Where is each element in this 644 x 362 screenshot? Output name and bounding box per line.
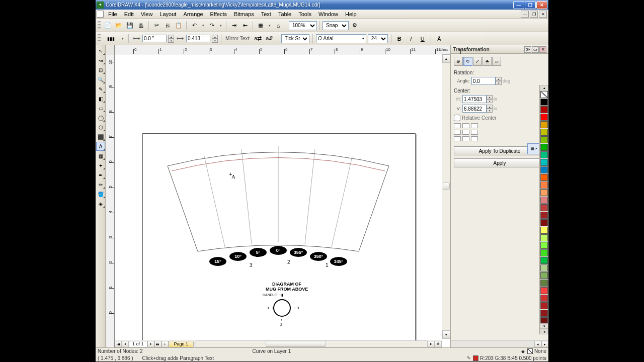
window-maximize-button[interactable]: ❐ <box>525 1 536 9</box>
color-swatch[interactable] <box>540 159 548 166</box>
open-button[interactable]: 📂 <box>114 21 124 31</box>
y-spin-up[interactable]: ▴ <box>212 35 218 39</box>
color-swatch[interactable] <box>540 129 548 136</box>
shape-tool[interactable]: ↝ <box>96 56 105 65</box>
skew-tab[interactable]: ▱ <box>492 57 501 66</box>
cut-button[interactable]: ✂ <box>151 21 162 31</box>
palette-up-button[interactable]: ▴ <box>540 85 548 90</box>
canvas[interactable]: 15°10°5°0°355°350°345° 2 3 1 DIAGRAM OF … <box>115 54 450 341</box>
outline-swatch[interactable] <box>473 355 478 361</box>
pagenav-first[interactable]: ⏮ <box>115 341 122 347</box>
options-button[interactable]: ⚙ <box>350 21 360 31</box>
anchor-ml[interactable] <box>454 130 461 135</box>
color-swatch[interactable] <box>540 242 548 249</box>
polygon-tool[interactable]: ⬠ <box>96 123 105 132</box>
window-minimize-button[interactable]: — <box>513 1 524 9</box>
color-swatch[interactable] <box>540 249 548 256</box>
text-tool[interactable]: A <box>96 142 105 151</box>
mirror-v-button[interactable]: a⇵ <box>265 34 275 44</box>
undo-button[interactable]: ↶ <box>189 21 199 31</box>
anchor-tc[interactable] <box>462 123 469 128</box>
color-swatch[interactable] <box>540 204 548 211</box>
interactive-fill-tool[interactable]: ◈ <box>96 199 105 208</box>
position-tab[interactable]: ⊕ <box>454 57 463 66</box>
y-offset-input[interactable] <box>186 35 210 42</box>
color-swatch[interactable] <box>540 182 548 189</box>
menu-effects[interactable]: Effects <box>207 11 230 17</box>
mdi-close-button[interactable]: ✕ <box>539 11 547 18</box>
redo-button[interactable]: ↷ <box>207 21 217 31</box>
hscroll-right[interactable]: ▸ <box>428 341 435 347</box>
color-swatch[interactable] <box>540 197 548 204</box>
color-swatch[interactable] <box>540 310 548 317</box>
crop-tool[interactable]: ⊡ <box>96 65 105 74</box>
ruler-horizontal[interactable]: 012345678910111213 <box>115 45 450 54</box>
char-format-button[interactable]: Ā <box>434 34 444 44</box>
hscroll-thumb[interactable] <box>266 341 326 347</box>
vscroll-up[interactable]: ▴ <box>442 54 450 63</box>
anchor-grid[interactable] <box>454 123 545 141</box>
welcome-button[interactable]: ⌂ <box>273 21 283 31</box>
color-swatch[interactable] <box>540 114 548 121</box>
color-swatch[interactable] <box>540 166 548 173</box>
relative-center-checkbox[interactable] <box>454 115 460 121</box>
import-button[interactable]: ⇥ <box>229 21 239 31</box>
rectangle-tool[interactable]: ▭ <box>96 104 105 113</box>
color-swatch[interactable] <box>540 280 548 287</box>
anchor-tr[interactable] <box>471 123 478 128</box>
docker-prev-button[interactable]: ◂ <box>534 341 541 347</box>
zoom-tool[interactable]: 🔍 <box>96 75 105 84</box>
vertical-scrollbar[interactable]: ▴ ▾ <box>442 54 450 339</box>
ruler-origin[interactable] <box>106 45 115 54</box>
freehand-tool[interactable]: ✎ <box>96 84 105 94</box>
font-family-select[interactable]: O Arial ▾ <box>316 34 366 43</box>
docker-menu-button[interactable]: ▭ <box>532 46 539 53</box>
menu-view[interactable]: View <box>137 11 156 17</box>
palette-flyout-button[interactable]: ◂ <box>540 329 548 334</box>
anchor-tl[interactable] <box>454 123 461 128</box>
tick-snapping-select[interactable]: Tick Snapping <box>281 34 309 43</box>
menu-help[interactable]: Help <box>342 11 360 17</box>
copy-button[interactable]: ⎘ <box>163 21 173 31</box>
smart-fill-tool[interactable]: ◧ <box>96 94 105 103</box>
presets-button[interactable]: ▮▮▮ <box>103 34 118 44</box>
docker-collapse-button[interactable]: ≫ <box>524 46 531 53</box>
color-swatch[interactable] <box>540 144 548 151</box>
basic-shapes-tool[interactable]: ⬛ <box>96 132 105 141</box>
color-swatch[interactable] <box>540 121 548 128</box>
color-swatch[interactable] <box>540 174 548 181</box>
menu-window[interactable]: Window <box>315 11 342 17</box>
pagenav-prev[interactable]: ◂ <box>122 341 129 347</box>
pick-tool[interactable]: ↖ <box>96 46 105 55</box>
vscroll-down[interactable]: ▾ <box>442 330 450 339</box>
anchor-bc[interactable] <box>462 136 469 141</box>
anchor-bl[interactable] <box>454 136 461 141</box>
scale-tab[interactable]: ⤢ <box>473 57 482 66</box>
ellipse-tool[interactable]: ◯ <box>96 113 105 122</box>
paste-button[interactable]: 📋 <box>174 21 184 31</box>
menu-file[interactable]: File <box>105 11 121 17</box>
x-spin-down[interactable]: ▾ <box>168 39 174 43</box>
fill-tool[interactable]: 🪣 <box>96 190 105 199</box>
menu-tools[interactable]: Tools <box>295 11 315 17</box>
color-swatch[interactable] <box>540 189 548 196</box>
menu-edit[interactable]: Edit <box>121 11 137 17</box>
color-swatch[interactable] <box>540 317 548 323</box>
window-close-button[interactable]: ✕ <box>536 1 547 9</box>
center-v-input[interactable] <box>462 105 487 113</box>
outline-tool[interactable]: ✏ <box>96 180 105 189</box>
fill-swatch[interactable] <box>527 348 533 354</box>
h-spin-up[interactable]: ▴ <box>487 95 493 99</box>
angle-input[interactable] <box>471 77 496 85</box>
center-h-input[interactable] <box>462 95 487 103</box>
page-tab[interactable]: Page 1 <box>169 341 194 347</box>
size-tab[interactable]: ⬘ <box>482 57 492 66</box>
menu-table[interactable]: Table <box>275 11 295 17</box>
x-spin-up[interactable]: ▴ <box>168 35 174 39</box>
color-swatch[interactable] <box>540 272 548 279</box>
angle-spin-down[interactable]: ▾ <box>496 81 502 85</box>
new-button[interactable]: 📄 <box>103 21 113 31</box>
redo-dropdown[interactable]: ▾ <box>218 21 223 30</box>
docker-close-button[interactable]: ✕ <box>539 46 546 53</box>
apply-button[interactable]: Apply <box>454 158 545 167</box>
